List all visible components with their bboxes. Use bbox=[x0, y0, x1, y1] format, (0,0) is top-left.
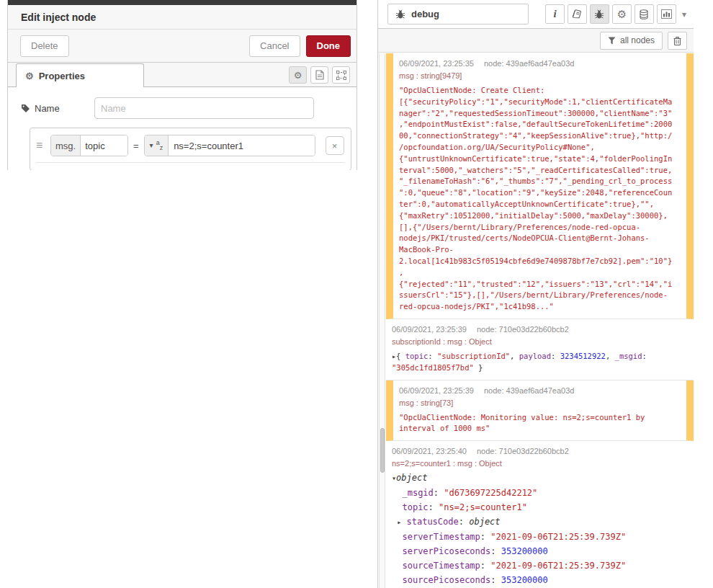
debug-message-list: 06/09/2021, 23:25:35 node: 439aef6ad47ea… bbox=[386, 53, 694, 588]
message-meta: msg : string[9479] bbox=[399, 71, 681, 81]
debug-message: 06/09/2021, 23:25:39 node: 439aef6ad47ea… bbox=[386, 380, 694, 442]
message-node-id: node: 710e03d22b60bcb2 bbox=[477, 446, 569, 457]
trash-icon bbox=[673, 36, 681, 45]
row-separator bbox=[36, 162, 345, 163]
scrollbar-thumb[interactable] bbox=[380, 428, 385, 473]
message-body[interactable]: ▸{ topic: "subscriptionId", payload: 323… bbox=[392, 351, 688, 374]
message-body: "OpcUaClientNode: Create Client: [{"secu… bbox=[399, 85, 681, 313]
description-view-button[interactable] bbox=[310, 66, 328, 84]
dialog-toolbar: Delete Cancel Done bbox=[8, 30, 356, 63]
msg-property-group: msg. bbox=[50, 135, 128, 156]
sidebar-tab-buttons: i bbox=[545, 4, 689, 24]
edit-inject-node-dialog: Edit inject node Delete Cancel Done ⚙ Pr… bbox=[7, 0, 357, 170]
name-label: Name bbox=[21, 103, 94, 114]
properties-view-button[interactable]: ⚙ bbox=[289, 66, 307, 84]
message-node-id: node: 439aef6ad47ea03d bbox=[484, 58, 574, 69]
cancel-button[interactable]: Cancel bbox=[249, 35, 300, 57]
gear-icon: ⚙ bbox=[25, 71, 34, 81]
clear-messages-button[interactable] bbox=[668, 32, 687, 50]
tab-info-button[interactable]: i bbox=[545, 4, 565, 24]
database-icon bbox=[639, 9, 649, 19]
message-header: 06/09/2021, 23:25:39 node: 439aef6ad47ea… bbox=[399, 386, 681, 396]
name-label-text: Name bbox=[35, 103, 60, 114]
drag-handle-icon[interactable]: ≡ bbox=[36, 139, 50, 152]
tag-icon bbox=[21, 104, 30, 113]
message-body: "OpcUaClientNode: Monitoring value: ns=2… bbox=[399, 412, 681, 435]
message-header: 06/09/2021, 23:25:35 node: 439aef6ad47ea… bbox=[399, 58, 681, 69]
appearance-view-button[interactable] bbox=[332, 66, 350, 84]
info-icon: i bbox=[553, 8, 556, 20]
typed-input: ▾ az bbox=[144, 135, 315, 156]
message-meta: subscriptionId : msg : Object bbox=[392, 337, 688, 347]
dialog-title: Edit inject node bbox=[8, 5, 356, 30]
type-select-button[interactable]: ▾ az bbox=[145, 135, 169, 156]
bar-chart-icon bbox=[661, 9, 672, 19]
delete-button[interactable]: Delete bbox=[20, 35, 69, 57]
scrollbar-track[interactable] bbox=[379, 53, 385, 588]
message-header: 06/09/2021, 23:25:40 node: 710e03d22b60b… bbox=[392, 446, 688, 457]
debug-message: 06/09/2021, 23:25:39 node: 710e03d22b60b… bbox=[386, 319, 694, 380]
message-header: 06/09/2021, 23:25:39 node: 710e03d22b60b… bbox=[392, 324, 688, 335]
property-key-input[interactable] bbox=[81, 135, 127, 156]
debug-sidebar: debug i bbox=[377, 0, 694, 588]
book-icon bbox=[572, 9, 582, 19]
tab-debug[interactable]: debug bbox=[387, 4, 529, 24]
inject-prop-row: ≡ msg. = ▾ az × bbox=[36, 134, 345, 157]
message-timestamp: 06/09/2021, 23:25:35 bbox=[399, 58, 474, 69]
message-timestamp: 06/09/2021, 23:25:39 bbox=[392, 324, 467, 335]
tab-properties[interactable]: ⚙ Properties bbox=[16, 63, 144, 87]
tab-properties-label: Properties bbox=[39, 71, 85, 81]
done-button[interactable]: Done bbox=[306, 35, 351, 57]
message-timestamp: 06/09/2021, 23:25:39 bbox=[399, 386, 474, 396]
remove-row-button[interactable]: × bbox=[326, 136, 344, 155]
property-value-input[interactable] bbox=[169, 135, 314, 156]
tab-help-button[interactable] bbox=[568, 4, 587, 24]
debug-message: 06/09/2021, 23:25:40 node: 710e03d22b60b… bbox=[386, 441, 694, 588]
message-node-id: node: 439aef6ad47ea03d bbox=[484, 386, 574, 396]
filter-nodes-label: all nodes bbox=[620, 35, 655, 45]
message-timestamp: 06/09/2021, 23:25:40 bbox=[392, 446, 467, 457]
name-input[interactable] bbox=[94, 97, 314, 119]
dialog-top-bar bbox=[8, 0, 356, 5]
appearance-icon bbox=[336, 71, 346, 80]
tab-context-button[interactable] bbox=[634, 4, 654, 24]
string-type-icon: az bbox=[156, 140, 163, 151]
message-body-tree[interactable]: ▾object _msgid: "d673697225d42212" topic… bbox=[392, 471, 688, 588]
message-meta: ns=2;s=counter1 : msg : Object bbox=[392, 458, 688, 469]
tab-debug-button[interactable] bbox=[590, 4, 609, 24]
debug-filter-bar: all nodes bbox=[378, 29, 694, 53]
chevron-down-icon: ▾ bbox=[150, 142, 153, 149]
message-node-id: node: 710e03d22b60bcb2 bbox=[477, 324, 569, 335]
document-icon bbox=[315, 70, 324, 80]
tab-side-icons: ⚙ bbox=[289, 66, 350, 84]
tab-config-button[interactable]: ⚙ bbox=[612, 4, 632, 24]
msg-prefix-label: msg. bbox=[51, 135, 81, 156]
tab-dashboard-button[interactable] bbox=[657, 4, 676, 24]
funnel-icon bbox=[608, 37, 616, 45]
dialog-tab-bar: ⚙ Properties ⚙ bbox=[8, 63, 356, 87]
debug-message: 06/09/2021, 23:25:35 node: 439aef6ad47ea… bbox=[386, 53, 694, 319]
bug-icon bbox=[395, 9, 405, 19]
gear-icon: ⚙ bbox=[294, 71, 302, 80]
dialog-form: Name ≡ msg. = ▾ az × bbox=[8, 87, 356, 170]
tab-debug-label: debug bbox=[411, 9, 439, 19]
chevron-down-icon[interactable]: ▾ bbox=[679, 9, 689, 19]
inject-props-list: ≡ msg. = ▾ az × bbox=[30, 128, 351, 170]
gear-icon: ⚙ bbox=[617, 9, 627, 19]
name-row: Name bbox=[21, 97, 344, 119]
message-meta: msg : string[73] bbox=[399, 398, 681, 409]
equals-label: = bbox=[128, 141, 144, 151]
sidebar-header: debug i bbox=[378, 0, 694, 29]
bug-icon bbox=[594, 9, 604, 19]
filter-nodes-button[interactable]: all nodes bbox=[600, 32, 663, 50]
